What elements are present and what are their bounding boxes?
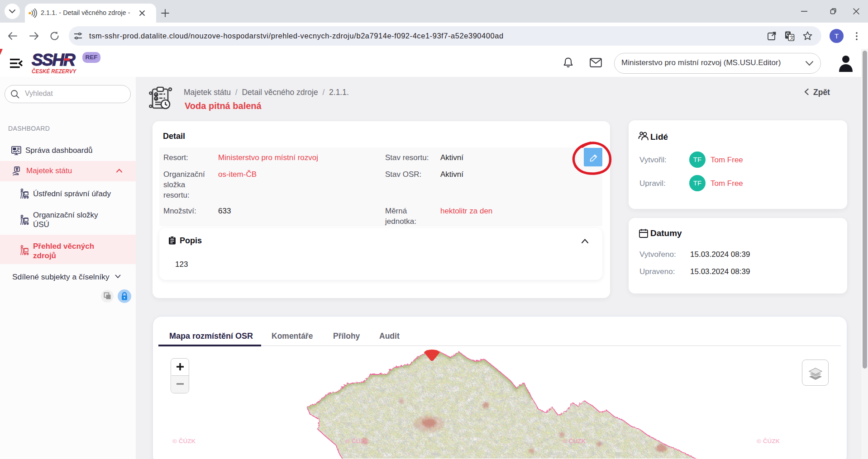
svg-text:© ČÚZK: © ČÚZK <box>757 438 780 445</box>
svg-text:文: 文 <box>790 35 795 40</box>
svg-text:© ČÚZK: © ČÚZK <box>172 438 196 445</box>
svg-text:© ČÚZK: © ČÚZK <box>563 438 586 445</box>
svg-text:© ČÚZK: © ČÚZK <box>345 438 368 445</box>
